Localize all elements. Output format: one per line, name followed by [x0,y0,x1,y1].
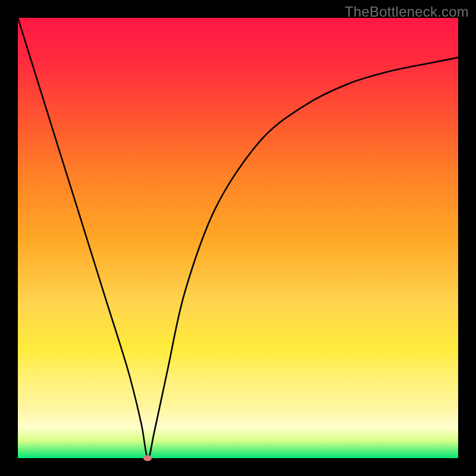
watermark-text: TheBottleneck.com [345,4,469,20]
bottleneck-marker [143,455,152,461]
chart-frame: TheBottleneck.com [0,0,476,476]
bottleneck-curve [18,18,458,458]
